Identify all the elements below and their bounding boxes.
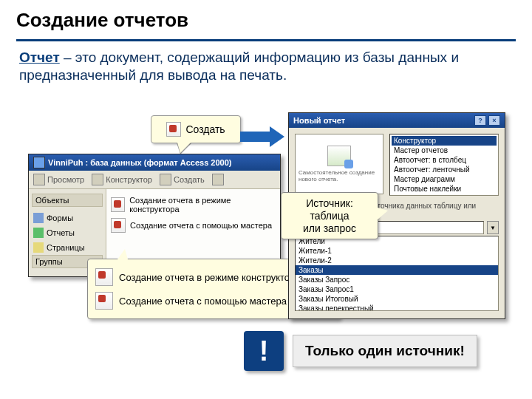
reports-icon bbox=[33, 228, 44, 238]
chevron-down-icon[interactable]: ▼ bbox=[487, 221, 499, 234]
open-icon bbox=[33, 174, 45, 185]
warning-box: ! Только один источник! bbox=[244, 331, 477, 371]
newdlg-preview: Самостоятельное создание нового отчета. bbox=[295, 134, 383, 194]
pages-icon bbox=[33, 242, 44, 253]
intro-term: Отчет bbox=[19, 50, 60, 65]
dbwin-titlebar: VinniPuh : база данных (формат Access 20… bbox=[29, 154, 280, 171]
list-item[interactable]: Мастер отчетов bbox=[392, 146, 497, 155]
design-icon bbox=[92, 174, 103, 185]
toolbar-extra[interactable] bbox=[212, 174, 224, 185]
preview-caption: Самостоятельное создание нового отчета. bbox=[299, 169, 380, 183]
page-title: Создание отчетов bbox=[0, 0, 532, 36]
nav-objects-header: Объекты bbox=[32, 194, 103, 207]
toolbar-design[interactable]: Конструктор bbox=[92, 174, 152, 185]
intro-text: – это документ, содержащий информацию из… bbox=[19, 50, 459, 83]
newdlg-titlebar: Новый отчет ? × bbox=[289, 113, 505, 128]
list-item[interactable]: Жители-2 bbox=[296, 256, 498, 265]
list-item[interactable]: Создание отчета в режиме конструктора bbox=[111, 194, 276, 216]
list-item[interactable]: Конструктор bbox=[392, 136, 497, 146]
create-callout-label: Создать bbox=[185, 123, 225, 135]
report-wizard-icon bbox=[95, 268, 113, 286]
preview-icon bbox=[327, 146, 351, 166]
help-icon[interactable]: ? bbox=[474, 115, 486, 126]
list-item[interactable]: Заказы Запрос bbox=[296, 275, 498, 284]
list-item[interactable]: Заказы Запрос1 bbox=[296, 284, 498, 294]
new-icon bbox=[160, 174, 171, 185]
list-item[interactable]: Заказы bbox=[296, 265, 498, 275]
report-wizard-icon bbox=[95, 292, 113, 310]
warning-text: Только один источник! bbox=[293, 335, 477, 367]
toolbar-new[interactable]: Создать bbox=[160, 174, 205, 185]
report-wizard-icon bbox=[111, 197, 125, 212]
list-item[interactable]: Заказы Итоговый bbox=[296, 294, 498, 304]
source-callout: Источник: таблица или запрос bbox=[281, 192, 378, 239]
dbwin-toolbar: Просмотр Конструктор Создать bbox=[29, 171, 280, 189]
list-item[interactable]: Создание отчета с помощью мастера bbox=[111, 216, 276, 235]
warning-badge-icon: ! bbox=[244, 331, 284, 371]
nav-forms[interactable]: Формы bbox=[32, 211, 103, 225]
new-report-icon bbox=[166, 122, 181, 137]
create-callout: Создать bbox=[151, 115, 241, 143]
list-item[interactable]: Автоотчет: ленточный bbox=[392, 165, 497, 174]
extra-icon bbox=[212, 174, 224, 185]
report-wizard-icon bbox=[111, 218, 126, 233]
source-dropdown-list[interactable]: Жители Жители-1 Жители-2 Заказы Заказы З… bbox=[295, 236, 499, 311]
dbwin-app-icon bbox=[33, 157, 45, 168]
nav-reports[interactable]: Отчеты bbox=[32, 225, 103, 240]
newdlg-title: Новый отчет bbox=[293, 116, 345, 125]
list-item[interactable]: Заказы перекрестный bbox=[296, 304, 498, 311]
nav-pages[interactable]: Страницы bbox=[32, 240, 103, 255]
list-item[interactable]: Жители-1 bbox=[296, 246, 498, 256]
list-item[interactable]: Почтовые наклейки bbox=[392, 184, 497, 194]
toolbar-open[interactable]: Просмотр bbox=[33, 174, 84, 185]
forms-icon bbox=[33, 213, 44, 223]
title-divider bbox=[16, 39, 516, 41]
list-item[interactable]: Мастер диаграмм bbox=[392, 174, 497, 184]
dbwin-title: VinniPuh : база данных (формат Access 20… bbox=[48, 158, 231, 167]
list-item[interactable]: Автоотчет: в столбец bbox=[392, 155, 497, 165]
close-icon[interactable]: × bbox=[488, 115, 500, 126]
newdlg-type-list[interactable]: Конструктор Мастер отчетов Автоотчет: в … bbox=[389, 134, 499, 196]
intro-paragraph: Отчет – это документ, содержащий информа… bbox=[0, 49, 532, 85]
